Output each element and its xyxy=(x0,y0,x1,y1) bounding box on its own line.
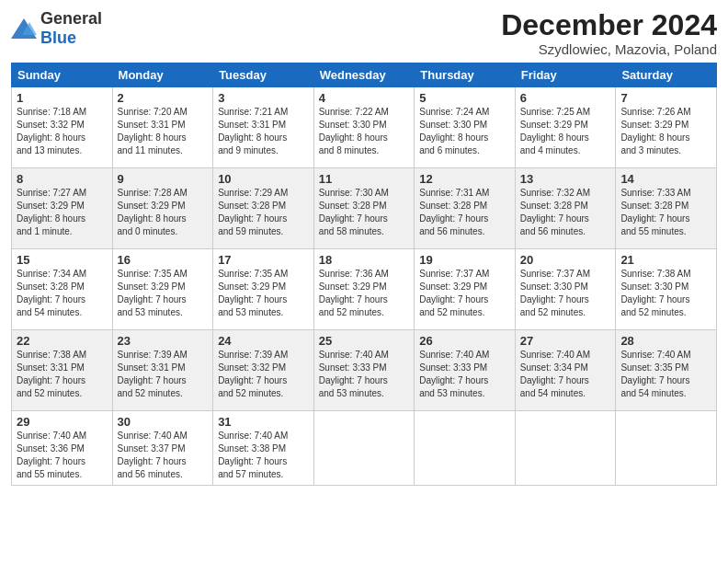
title-block: December 2024 Szydlowiec, Mazovia, Polan… xyxy=(501,9,717,57)
day-number: 11 xyxy=(319,172,410,186)
day-info: Sunrise: 7:27 AM Sunset: 3:29 PM Dayligh… xyxy=(17,187,108,238)
calendar-cell: 16Sunrise: 7:35 AM Sunset: 3:29 PM Dayli… xyxy=(112,249,213,330)
day-info: Sunrise: 7:34 AM Sunset: 3:28 PM Dayligh… xyxy=(17,268,108,319)
logo-icon xyxy=(11,18,37,39)
day-number: 25 xyxy=(319,334,410,348)
day-info: Sunrise: 7:22 AM Sunset: 3:30 PM Dayligh… xyxy=(319,106,410,157)
day-header-saturday: Saturday xyxy=(616,63,717,87)
day-number: 3 xyxy=(218,91,309,105)
day-number: 1 xyxy=(17,91,108,105)
day-number: 17 xyxy=(218,253,309,267)
calendar-cell: 9Sunrise: 7:28 AM Sunset: 3:29 PM Daylig… xyxy=(112,168,213,249)
calendar-cell: 4Sunrise: 7:22 AM Sunset: 3:30 PM Daylig… xyxy=(313,87,415,168)
day-number: 28 xyxy=(620,334,711,348)
day-info: Sunrise: 7:40 AM Sunset: 3:38 PM Dayligh… xyxy=(218,430,309,481)
calendar-cell: 17Sunrise: 7:35 AM Sunset: 3:29 PM Dayli… xyxy=(213,249,314,330)
day-info: Sunrise: 7:31 AM Sunset: 3:28 PM Dayligh… xyxy=(419,187,510,238)
header: General Blue December 2024 Szydlowiec, M… xyxy=(11,9,717,57)
day-info: Sunrise: 7:40 AM Sunset: 3:35 PM Dayligh… xyxy=(620,349,711,400)
calendar-cell: 31Sunrise: 7:40 AM Sunset: 3:38 PM Dayli… xyxy=(213,411,314,486)
calendar-cell: 29Sunrise: 7:40 AM Sunset: 3:36 PM Dayli… xyxy=(12,411,113,486)
day-header-sunday: Sunday xyxy=(12,63,113,87)
logo: General Blue xyxy=(11,9,102,48)
day-number: 22 xyxy=(17,334,108,348)
calendar-cell: 15Sunrise: 7:34 AM Sunset: 3:28 PM Dayli… xyxy=(12,249,113,330)
calendar-cell xyxy=(515,411,616,486)
calendar-cell xyxy=(313,411,415,486)
day-header-monday: Monday xyxy=(112,63,213,87)
day-info: Sunrise: 7:40 AM Sunset: 3:37 PM Dayligh… xyxy=(118,430,209,481)
day-info: Sunrise: 7:40 AM Sunset: 3:36 PM Dayligh… xyxy=(17,430,108,481)
day-number: 20 xyxy=(520,253,611,267)
day-number: 24 xyxy=(218,334,309,348)
calendar-cell: 8Sunrise: 7:27 AM Sunset: 3:29 PM Daylig… xyxy=(12,168,113,249)
calendar-cell xyxy=(616,411,717,486)
page-container: General Blue December 2024 Szydlowiec, M… xyxy=(0,0,728,493)
day-number: 23 xyxy=(118,334,209,348)
month-title: December 2024 xyxy=(501,9,717,41)
calendar-cell: 18Sunrise: 7:36 AM Sunset: 3:29 PM Dayli… xyxy=(313,249,415,330)
day-info: Sunrise: 7:40 AM Sunset: 3:34 PM Dayligh… xyxy=(520,349,611,400)
day-number: 18 xyxy=(319,253,410,267)
day-info: Sunrise: 7:36 AM Sunset: 3:29 PM Dayligh… xyxy=(319,268,410,319)
calendar-cell: 7Sunrise: 7:26 AM Sunset: 3:29 PM Daylig… xyxy=(616,87,717,168)
day-info: Sunrise: 7:21 AM Sunset: 3:31 PM Dayligh… xyxy=(218,106,309,157)
day-number: 19 xyxy=(419,253,510,267)
calendar: SundayMondayTuesdayWednesdayThursdayFrid… xyxy=(11,63,717,486)
day-info: Sunrise: 7:38 AM Sunset: 3:31 PM Dayligh… xyxy=(17,349,108,400)
calendar-cell: 12Sunrise: 7:31 AM Sunset: 3:28 PM Dayli… xyxy=(415,168,516,249)
day-number: 14 xyxy=(620,172,711,186)
calendar-cell: 3Sunrise: 7:21 AM Sunset: 3:31 PM Daylig… xyxy=(213,87,314,168)
calendar-week-row: 29Sunrise: 7:40 AM Sunset: 3:36 PM Dayli… xyxy=(12,411,717,486)
day-header-friday: Friday xyxy=(515,63,616,87)
calendar-cell: 5Sunrise: 7:24 AM Sunset: 3:30 PM Daylig… xyxy=(415,87,516,168)
day-header-tuesday: Tuesday xyxy=(213,63,314,87)
calendar-cell: 13Sunrise: 7:32 AM Sunset: 3:28 PM Dayli… xyxy=(515,168,616,249)
day-header-wednesday: Wednesday xyxy=(313,63,415,87)
calendar-cell: 22Sunrise: 7:38 AM Sunset: 3:31 PM Dayli… xyxy=(12,330,113,411)
day-number: 7 xyxy=(620,91,711,105)
day-info: Sunrise: 7:40 AM Sunset: 3:33 PM Dayligh… xyxy=(419,349,510,400)
day-number: 30 xyxy=(118,415,209,429)
day-number: 9 xyxy=(118,172,209,186)
calendar-week-row: 22Sunrise: 7:38 AM Sunset: 3:31 PM Dayli… xyxy=(12,330,717,411)
day-number: 4 xyxy=(319,91,410,105)
calendar-header-row: SundayMondayTuesdayWednesdayThursdayFrid… xyxy=(12,63,717,87)
calendar-cell: 1Sunrise: 7:18 AM Sunset: 3:32 PM Daylig… xyxy=(12,87,113,168)
day-number: 21 xyxy=(620,253,711,267)
day-info: Sunrise: 7:38 AM Sunset: 3:30 PM Dayligh… xyxy=(620,268,711,319)
day-number: 12 xyxy=(419,172,510,186)
calendar-cell: 20Sunrise: 7:37 AM Sunset: 3:30 PM Dayli… xyxy=(515,249,616,330)
calendar-cell: 21Sunrise: 7:38 AM Sunset: 3:30 PM Dayli… xyxy=(616,249,717,330)
day-info: Sunrise: 7:40 AM Sunset: 3:33 PM Dayligh… xyxy=(319,349,410,400)
day-number: 15 xyxy=(17,253,108,267)
calendar-cell: 26Sunrise: 7:40 AM Sunset: 3:33 PM Dayli… xyxy=(415,330,516,411)
day-info: Sunrise: 7:20 AM Sunset: 3:31 PM Dayligh… xyxy=(118,106,209,157)
calendar-cell: 24Sunrise: 7:39 AM Sunset: 3:32 PM Dayli… xyxy=(213,330,314,411)
day-info: Sunrise: 7:35 AM Sunset: 3:29 PM Dayligh… xyxy=(218,268,309,319)
calendar-cell: 11Sunrise: 7:30 AM Sunset: 3:28 PM Dayli… xyxy=(313,168,415,249)
day-number: 5 xyxy=(419,91,510,105)
day-info: Sunrise: 7:18 AM Sunset: 3:32 PM Dayligh… xyxy=(17,106,108,157)
day-number: 6 xyxy=(520,91,611,105)
calendar-cell: 25Sunrise: 7:40 AM Sunset: 3:33 PM Dayli… xyxy=(313,330,415,411)
day-info: Sunrise: 7:37 AM Sunset: 3:29 PM Dayligh… xyxy=(419,268,510,319)
calendar-cell: 19Sunrise: 7:37 AM Sunset: 3:29 PM Dayli… xyxy=(415,249,516,330)
logo-text: General Blue xyxy=(40,9,102,48)
day-info: Sunrise: 7:35 AM Sunset: 3:29 PM Dayligh… xyxy=(118,268,209,319)
day-info: Sunrise: 7:29 AM Sunset: 3:28 PM Dayligh… xyxy=(218,187,309,238)
logo-blue: Blue xyxy=(40,29,76,47)
day-number: 16 xyxy=(118,253,209,267)
day-number: 2 xyxy=(118,91,209,105)
day-info: Sunrise: 7:24 AM Sunset: 3:30 PM Dayligh… xyxy=(419,106,510,157)
day-info: Sunrise: 7:33 AM Sunset: 3:28 PM Dayligh… xyxy=(620,187,711,238)
calendar-week-row: 1Sunrise: 7:18 AM Sunset: 3:32 PM Daylig… xyxy=(12,87,717,168)
day-info: Sunrise: 7:39 AM Sunset: 3:32 PM Dayligh… xyxy=(218,349,309,400)
day-number: 10 xyxy=(218,172,309,186)
calendar-cell: 14Sunrise: 7:33 AM Sunset: 3:28 PM Dayli… xyxy=(616,168,717,249)
calendar-cell: 10Sunrise: 7:29 AM Sunset: 3:28 PM Dayli… xyxy=(213,168,314,249)
calendar-cell: 23Sunrise: 7:39 AM Sunset: 3:31 PM Dayli… xyxy=(112,330,213,411)
day-header-thursday: Thursday xyxy=(415,63,516,87)
day-info: Sunrise: 7:26 AM Sunset: 3:29 PM Dayligh… xyxy=(620,106,711,157)
day-info: Sunrise: 7:39 AM Sunset: 3:31 PM Dayligh… xyxy=(118,349,209,400)
